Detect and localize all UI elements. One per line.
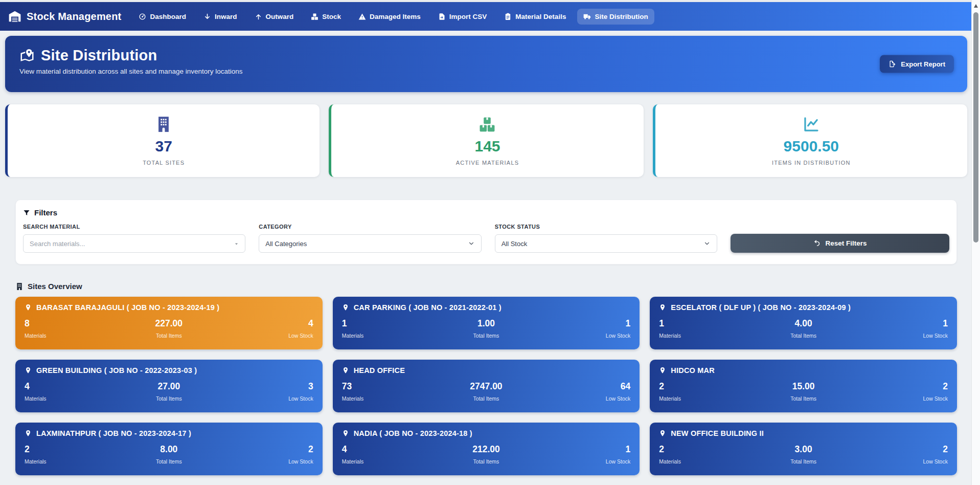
site-stat-value: 64 <box>558 381 630 392</box>
site-stats: 1Materials4.00Total Items1Low Stock <box>659 318 948 339</box>
site-stat-value: 2 <box>659 381 731 392</box>
nav-item-material-details[interactable]: Material Details <box>498 9 572 25</box>
site-stat-materials: 4Materials <box>342 444 414 465</box>
nav-item-label: Material Details <box>515 13 566 20</box>
site-name: GREEN BUILDING ( JOB NO - 2022-2023-03 ) <box>36 366 197 374</box>
site-stat-low: 2Low Stock <box>876 381 948 402</box>
site-stat-label: Total Items <box>731 395 875 402</box>
site-stat-value: 1 <box>558 318 630 329</box>
location-pin-icon <box>659 430 666 437</box>
site-title: CAR PARKING ( JOB NO - 2021-2022-01 ) <box>342 303 631 312</box>
truck-icon <box>583 13 591 20</box>
nav-item-dashboard[interactable]: Dashboard <box>132 9 192 25</box>
nav-item-stock[interactable]: Stock <box>305 9 347 25</box>
site-stat-label: Low Stock <box>558 458 630 465</box>
site-stat-label: Materials <box>342 333 414 339</box>
site-card-new-office-building-ii[interactable]: NEW OFFICE BUILDING II2Materials3.00Tota… <box>650 423 957 475</box>
stock-status-selected-value: All Stock <box>502 240 528 248</box>
stats-row: 37TOTAL SITES145ACTIVE MATERIALS9500.50I… <box>5 104 967 177</box>
site-stat-label: Total Items <box>414 458 558 465</box>
location-pin-icon <box>25 367 32 374</box>
search-input[interactable] <box>30 240 234 248</box>
site-stat-value: 27.00 <box>97 381 241 392</box>
site-card-nadia-job-no-2023-2024-18[interactable]: NADIA ( JOB NO - 2023-2024-18 )4Material… <box>333 423 640 475</box>
arrow-up-icon <box>255 13 262 20</box>
boxes-icon <box>311 13 318 20</box>
site-card-escelator-dlf-up-job-no-2023-2024-09[interactable]: ESCELATOR ( DLF UP ) ( JOB NO - 2023-202… <box>650 297 957 349</box>
site-stat-low: 3Low Stock <box>241 381 313 402</box>
site-name: BARASAT BARAJAGULI ( JOB NO - 2023-2024-… <box>36 303 219 312</box>
site-stat-value: 2 <box>876 381 948 392</box>
site-stat-label: Materials <box>659 333 731 339</box>
nav-items: DashboardInwardOutwardStockDamaged Items… <box>132 9 654 25</box>
export-report-button[interactable]: Export Report <box>880 55 954 73</box>
page-title: Site Distribution <box>41 47 157 64</box>
reset-filters-button[interactable]: Reset Filters <box>731 234 949 253</box>
location-pin-icon <box>342 367 349 374</box>
combobox-arrow-icon <box>234 241 239 246</box>
nav-item-damaged-items[interactable]: Damaged Items <box>352 9 427 25</box>
stock-status-select[interactable]: All Stock <box>495 234 717 253</box>
site-title: ESCELATOR ( DLF UP ) ( JOB NO - 2023-202… <box>659 303 948 312</box>
search-material-field: SEARCH MATERIAL <box>23 224 245 253</box>
nav-item-label: Damaged Items <box>370 13 421 20</box>
sites-grid: BARASAT BARAJAGULI ( JOB NO - 2023-2024-… <box>15 297 957 475</box>
site-stat-value: 2747.00 <box>414 381 558 392</box>
category-select[interactable]: All Categories <box>259 234 481 253</box>
site-stat-value: 1 <box>876 318 948 329</box>
site-title: NADIA ( JOB NO - 2023-2024-18 ) <box>342 429 631 437</box>
site-stat-value: 4 <box>25 381 97 392</box>
chevron-down-icon <box>468 240 475 247</box>
site-title: BARASAT BARAJAGULI ( JOB NO - 2023-2024-… <box>25 303 313 312</box>
site-stats: 2Materials8.00Total Items2Low Stock <box>25 444 313 465</box>
site-card-head-office[interactable]: HEAD OFFICE73Materials2747.00Total Items… <box>333 360 640 412</box>
site-stat-materials: 1Materials <box>342 318 414 339</box>
category-field: CATEGORY All Categories <box>259 224 481 253</box>
nav-item-outward[interactable]: Outward <box>248 9 300 25</box>
stat-value: 9500.50 <box>784 139 839 154</box>
site-stat-label: Total Items <box>414 333 558 339</box>
site-card-green-building-job-no-2022-2023-03[interactable]: GREEN BUILDING ( JOB NO - 2022-2023-03 )… <box>15 360 323 412</box>
site-stat-low: 1Low Stock <box>876 318 948 339</box>
site-stat-label: Materials <box>25 395 97 402</box>
nav-item-inward[interactable]: Inward <box>197 9 243 25</box>
site-stat-value: 4 <box>241 318 313 329</box>
site-stat-value: 1 <box>659 318 731 329</box>
site-stats: 2Materials3.00Total Items2Low Stock <box>659 444 948 465</box>
nav-item-label: Stock <box>322 13 341 20</box>
site-name: NEW OFFICE BUILDING II <box>671 429 764 437</box>
site-stat-value: 2 <box>876 444 948 455</box>
site-stat-total: 8.00Total Items <box>97 444 241 465</box>
site-stats: 8Materials227.00Total Items4Low Stock <box>25 318 313 339</box>
site-card-car-parking-job-no-2021-2022-01[interactable]: CAR PARKING ( JOB NO - 2021-2022-01 )1Ma… <box>333 297 640 349</box>
nav-item-site-distribution[interactable]: Site Distribution <box>577 9 654 25</box>
site-stat-materials: 8Materials <box>25 318 97 339</box>
scrollbar-thumb[interactable] <box>973 12 978 242</box>
search-material-combobox[interactable] <box>23 234 245 253</box>
gauge-icon <box>139 13 146 20</box>
scrollbar[interactable] <box>971 0 980 485</box>
site-stats: 73Materials2747.00Total Items64Low Stock <box>342 381 631 402</box>
site-card-hidco-mar[interactable]: HIDCO MAR2Materials15.00Total Items2Low … <box>650 360 957 412</box>
site-card-laxminathpur-job-no-2023-2024-17[interactable]: LAXMINATHPUR ( JOB NO - 2023-2024-17 )2M… <box>15 423 323 475</box>
brand-title: Stock Management <box>27 11 121 23</box>
brand[interactable]: Stock Management <box>8 10 121 23</box>
location-pin-icon <box>25 304 32 311</box>
page-subtitle: View material distribution across all si… <box>19 68 953 75</box>
sites-overview-section: Sites Overview BARASAT BARAJAGULI ( JOB … <box>15 282 957 475</box>
stock-status-label: STOCK STATUS <box>495 224 717 230</box>
site-stat-label: Materials <box>342 395 414 402</box>
site-card-barasat-barajaguli-job-no-2023-2024-19[interactable]: BARASAT BARAJAGULI ( JOB NO - 2023-2024-… <box>15 297 323 349</box>
scrollbar-up-arrow[interactable] <box>974 4 978 8</box>
site-stat-label: Low Stock <box>558 333 630 339</box>
filters-title: Filters <box>34 208 57 217</box>
site-stat-value: 3.00 <box>731 444 875 455</box>
site-stat-materials: 2Materials <box>25 444 97 465</box>
nav-item-import-csv[interactable]: Import CSV <box>432 9 493 25</box>
search-material-label: SEARCH MATERIAL <box>23 224 245 230</box>
site-stat-low: 1Low Stock <box>558 444 630 465</box>
site-stat-label: Materials <box>25 333 97 339</box>
site-stat-value: 2 <box>659 444 731 455</box>
site-stat-value: 4 <box>342 444 414 455</box>
location-pin-icon <box>342 430 349 437</box>
